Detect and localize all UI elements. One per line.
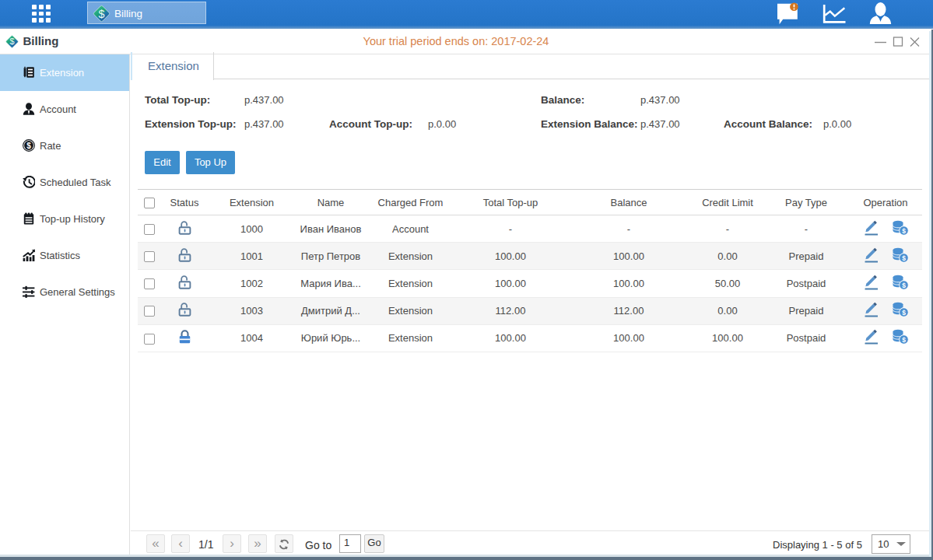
svg-text:$: $	[26, 142, 31, 150]
svg-text:$: $	[902, 309, 906, 317]
svg-text:$: $	[99, 8, 105, 20]
svg-text:$: $	[902, 282, 906, 289]
svg-text:$: $	[902, 336, 906, 344]
svg-text:$: $	[902, 227, 906, 235]
svg-text:$: $	[902, 254, 906, 262]
